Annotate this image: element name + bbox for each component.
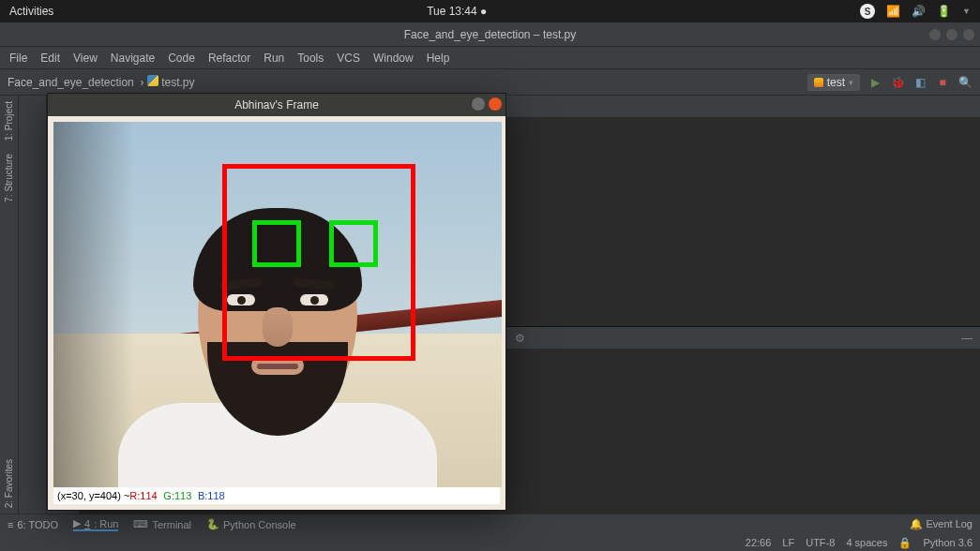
status-btn-4--run[interactable]: ▶ 4: Run: [73, 517, 118, 531]
minimize-tool-icon[interactable]: —: [961, 332, 972, 345]
cursor-position[interactable]: 22:66: [746, 537, 772, 548]
project-tool-tab[interactable]: 1: Project: [2, 96, 16, 146]
coverage-button[interactable]: ◧: [912, 75, 927, 90]
bee-icon: [814, 78, 823, 87]
favorites-tool-tab[interactable]: 2: Favorites: [2, 454, 16, 514]
webcam-status-bar: (x=30, y=404) ~ R:114 G:113 B:118: [53, 487, 500, 504]
left-tool-gutter: 1: Project 7: Structure 2: Favorites: [0, 96, 19, 514]
menu-refactor[interactable]: Refactor: [208, 52, 250, 65]
menu-view[interactable]: View: [73, 52, 98, 65]
structure-tool-tab[interactable]: 7: Structure: [2, 148, 16, 208]
menu-help[interactable]: Help: [427, 52, 450, 65]
webcam-coords: (x=30, y=404) ~: [57, 490, 129, 501]
maximize-icon[interactable]: [946, 29, 957, 40]
user-avatar[interactable]: S: [860, 4, 875, 19]
run-config-select[interactable]: test ▾: [807, 74, 860, 91]
event-log-button[interactable]: 🔔 Event Log: [910, 518, 972, 530]
menu-code[interactable]: Code: [168, 52, 195, 65]
pixel-b-value: 118: [207, 490, 224, 501]
file-encoding[interactable]: UTF-8: [806, 537, 835, 548]
face-detection-box: [222, 164, 415, 361]
webcam-titlebar[interactable]: Abhinav's Frame: [48, 94, 505, 116]
pixel-r-label: R:: [129, 490, 140, 501]
desktop-clock[interactable]: Tue 13:44 ●: [427, 5, 487, 18]
ide-titlebar: Face_and_eye_detection – test.py: [0, 22, 980, 47]
battery-icon[interactable]: 🔋: [937, 5, 951, 18]
ide-title: Face_and_eye_detection – test.py: [404, 28, 576, 41]
camera-view: [53, 122, 502, 487]
volume-icon[interactable]: 🔊: [912, 5, 926, 18]
activities-button[interactable]: Activities: [9, 5, 53, 18]
breadcrumb[interactable]: Face_and_eye_detection › test.py: [8, 75, 194, 89]
wifi-icon[interactable]: 📶: [886, 5, 900, 18]
status-bar: ≡ 6: TODO▶ 4: Run⌨ Terminal🐍 Python Cons…: [0, 514, 980, 534]
eye-detection-box-left: [252, 220, 301, 267]
pixel-r-value: 114: [140, 490, 157, 501]
project-panel[interactable]: [19, 96, 47, 514]
webcam-minimize-icon[interactable]: [472, 97, 485, 111]
search-icon[interactable]: 🔍: [957, 75, 972, 90]
minimize-icon[interactable]: [929, 29, 941, 40]
menu-file[interactable]: File: [9, 52, 27, 65]
menu-edit[interactable]: Edit: [40, 52, 60, 65]
close-icon[interactable]: [963, 29, 974, 40]
webcam-window[interactable]: Abhinav's Frame: [47, 93, 506, 511]
menu-vcs[interactable]: VCS: [337, 52, 360, 65]
webcam-title-text: Abhinav's Frame: [234, 98, 319, 112]
toolbar: Face_and_eye_detection › test.py test ▾ …: [0, 69, 980, 96]
menu-window[interactable]: Window: [373, 52, 414, 65]
lock-icon[interactable]: 🔒: [898, 537, 912, 549]
webcam-content: (x=30, y=404) ~ R:114 G:113 B:118: [48, 116, 505, 510]
status-btn-terminal[interactable]: ⌨ Terminal: [133, 517, 191, 531]
pixel-b-label: B:: [198, 490, 207, 501]
menu-bar: File Edit View Navigate Code Refactor Ru…: [0, 47, 980, 69]
webcam-close-icon[interactable]: [489, 97, 502, 111]
pixel-g-value: 113: [174, 490, 191, 501]
menu-tools[interactable]: Tools: [297, 52, 324, 65]
breadcrumb-file[interactable]: test.py: [161, 76, 194, 89]
line-ending[interactable]: LF: [782, 537, 794, 548]
power-menu-icon[interactable]: ▼: [962, 7, 971, 16]
event-log-label: Event Log: [926, 518, 972, 529]
person-lips: [257, 364, 298, 369]
run-config-label: test: [827, 76, 845, 89]
status-btn-python-console[interactable]: 🐍 Python Console: [206, 517, 296, 531]
status-btn-icon: ≡: [8, 519, 13, 530]
gear-icon[interactable]: ⚙: [515, 332, 525, 345]
status-bar-bottom: 22:66 LF UTF-8 4 spaces 🔒 Python 3.6: [0, 534, 980, 551]
breadcrumb-root[interactable]: Face_and_eye_detection: [8, 76, 134, 89]
debug-button[interactable]: 🐞: [890, 75, 905, 90]
pixel-g-label: G:: [163, 490, 174, 501]
status-btn-6--todo[interactable]: ≡ 6: TODO: [8, 517, 58, 531]
menu-navigate[interactable]: Navigate: [111, 52, 155, 65]
ide-window: Face_and_eye_detection – test.py File Ed…: [0, 22, 980, 551]
interpreter-label[interactable]: Python 3.6: [923, 537, 972, 548]
menu-run[interactable]: Run: [264, 52, 284, 65]
desktop-top-bar: Activities Tue 13:44 ● S 📶 🔊 🔋 ▼: [0, 0, 980, 22]
chevron-down-icon: ▾: [849, 78, 853, 87]
eye-detection-box-right: [329, 220, 378, 267]
run-button[interactable]: ▶: [867, 75, 882, 90]
status-btn-icon: ▶: [73, 517, 81, 529]
status-btn-icon: 🐍: [206, 518, 219, 530]
indent-setting[interactable]: 4 spaces: [846, 537, 887, 548]
stop-button[interactable]: ■: [935, 75, 950, 90]
status-btn-icon: ⌨: [133, 518, 148, 530]
python-file-icon: [147, 75, 158, 86]
